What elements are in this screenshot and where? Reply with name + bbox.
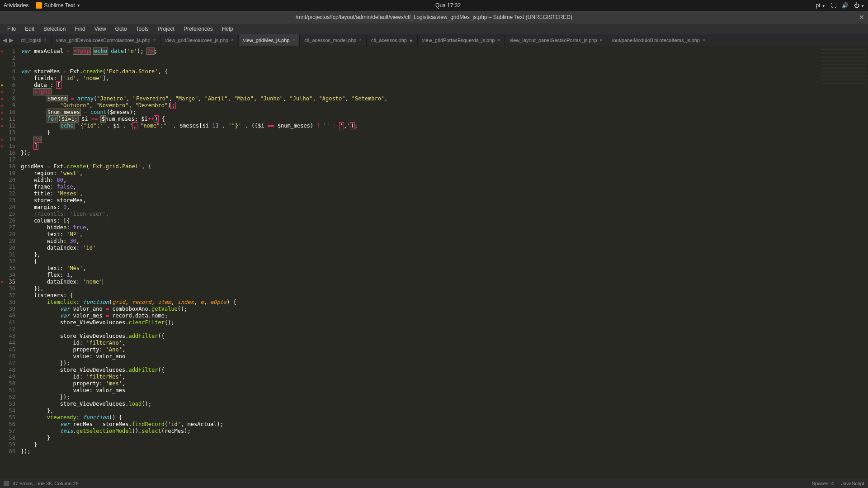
window-title-bar: /mnt/projectos/fcp/layout/admin/default/… [0,11,868,24]
tab-close-icon[interactable]: × [231,38,234,43]
tab-close-icon[interactable]: × [497,38,500,43]
tab[interactable]: view_gridDevolucoesControladores_js.php× [52,34,160,46]
tab-close-icon[interactable]: × [44,38,47,43]
menu-file[interactable]: File [4,25,19,33]
tab-close-icon[interactable]: × [359,38,362,43]
tab-active[interactable]: view_gridMes_js.php× [239,34,300,46]
system-top-bar: Atividades Sublime Text ▼ Qua 17:32 pt ▼… [0,0,868,11]
menu-tools[interactable]: Tools [132,25,152,33]
code-area[interactable]: var mesActual = <?php echo date('n'); ?>… [19,46,818,479]
app-menu[interactable]: Sublime Text ▼ [36,2,80,9]
tab-close-icon[interactable]: × [153,38,156,43]
sublime-icon [36,2,42,9]
menu-help[interactable]: Help [218,25,237,33]
tab[interactable]: ctl_acessos_model.php× [300,34,367,46]
menu-selection[interactable]: Selection [40,25,69,33]
status-indent[interactable]: Spaces: 4 [812,481,834,486]
status-bar: 47 errors, Line 35, Column 26 Spaces: 4 … [0,479,868,488]
tab-nav-forward[interactable]: ▶ [9,37,14,43]
window-title: /mnt/projectos/fcp/layout/admin/default/… [296,14,572,20]
status-syntax[interactable]: JavaScript [841,481,864,486]
status-message[interactable]: 47 errors, Line 35, Column 26 [13,481,79,486]
tab[interactable]: /out/panelModuloBibliotecaItems_js.php× [607,34,710,46]
minimap-content [821,48,866,84]
volume-icon[interactable]: 🔊 [842,2,849,9]
tab-dirty-icon: ● [410,38,413,43]
menu-view[interactable]: View [91,25,110,33]
tab[interactable]: view_gridDevolucoes_js.php× [160,34,238,46]
tab-bar: ◀ ▶ ctl_logisti× view_gridDevolucoesCont… [0,34,868,46]
minimap[interactable] [818,46,868,479]
tab-nav-back[interactable]: ◀ [3,37,7,43]
activities-button[interactable]: Atividades [4,2,28,9]
tab[interactable]: view_gridPortasEsquerda_js.php× [418,34,505,46]
menu-bar: File Edit Selection Find View Goto Tools… [0,24,868,34]
clock[interactable]: Qua 17:32 [80,2,816,9]
menu-goto[interactable]: Goto [112,25,131,33]
status-icon[interactable] [4,481,9,486]
chevron-down-icon: ▼ [77,4,80,8]
tab[interactable]: ctl_logisti× [16,34,52,46]
tab[interactable]: view_layout_panelGestaoPortas_js.php× [505,34,607,46]
menu-project[interactable]: Project [154,25,178,33]
tab[interactable]: ctl_acessos.php● [367,34,418,46]
language-indicator[interactable]: pt ▼ [816,2,825,9]
display-icon[interactable]: ⛶ [831,2,836,9]
line-number-gutter[interactable]: 1234567891011121314151617181920212223242… [0,46,19,479]
menu-find[interactable]: Find [71,25,89,33]
tab-close-icon[interactable]: × [600,38,603,43]
power-icon[interactable]: ⏻ ▼ [854,2,864,9]
tab-close-icon[interactable]: × [703,38,705,43]
editor: 1234567891011121314151617181920212223242… [0,46,868,479]
menu-edit[interactable]: Edit [21,25,38,33]
tab-close-icon[interactable]: × [292,38,295,43]
window-close-button[interactable]: ✕ [859,14,864,21]
menu-preferences[interactable]: Preferences [180,25,217,33]
